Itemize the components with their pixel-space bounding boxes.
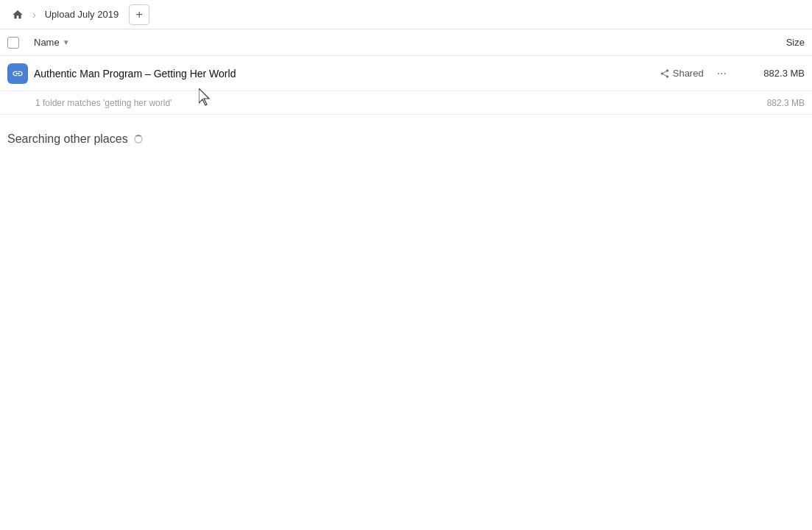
match-info-text: 1 folder matches 'getting her world' bbox=[35, 98, 731, 108]
folder-link-icon bbox=[7, 63, 28, 84]
match-info-size: 882.3 MB bbox=[731, 98, 805, 108]
loading-spinner bbox=[134, 135, 143, 144]
breadcrumb-separator: › bbox=[32, 9, 36, 21]
name-column-header[interactable]: Name ▼ bbox=[34, 37, 731, 48]
file-row[interactable]: Authentic Man Program – Getting Her Worl… bbox=[0, 56, 812, 91]
breadcrumb-current[interactable]: Upload July 2019 bbox=[40, 7, 123, 21]
shared-button[interactable]: Shared bbox=[660, 68, 704, 79]
searching-other-places-section: Searching other places bbox=[0, 115, 812, 146]
select-all-checkbox-area[interactable] bbox=[7, 37, 34, 49]
add-button[interactable]: + bbox=[129, 4, 149, 25]
file-actions-area: Shared ··· bbox=[660, 66, 731, 82]
file-name-label: Authentic Man Program – Getting Her Worl… bbox=[34, 68, 660, 80]
more-options-button[interactable]: ··· bbox=[713, 66, 731, 82]
file-size-label: 882.3 MB bbox=[731, 68, 805, 79]
size-column-header: Size bbox=[731, 37, 805, 48]
select-all-checkbox[interactable] bbox=[7, 37, 19, 49]
sort-chevron-icon: ▼ bbox=[63, 38, 70, 46]
file-icon-area bbox=[7, 63, 34, 84]
breadcrumb-bar: › Upload July 2019 + bbox=[0, 0, 812, 29]
match-info-row: 1 folder matches 'getting her world' 882… bbox=[0, 91, 812, 115]
home-button[interactable] bbox=[7, 4, 28, 25]
shared-label: Shared bbox=[673, 68, 704, 79]
column-headers: Name ▼ Size bbox=[0, 29, 812, 56]
searching-label: Searching other places bbox=[7, 132, 128, 146]
